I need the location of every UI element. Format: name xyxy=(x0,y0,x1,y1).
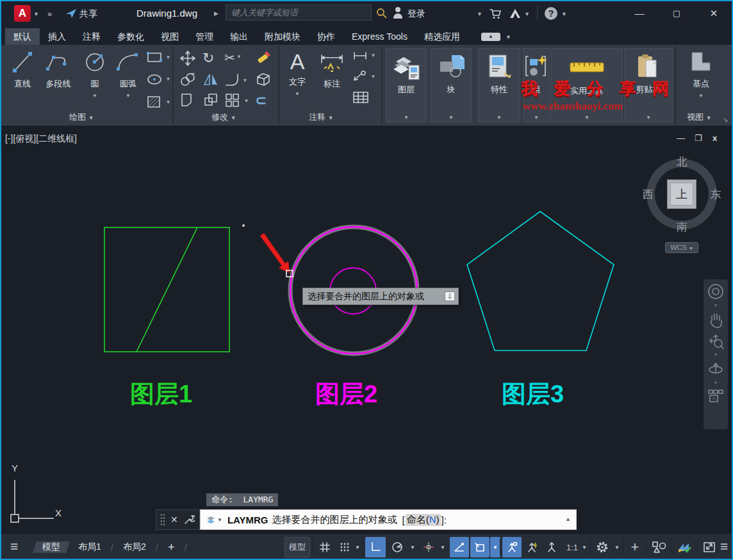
tab-view[interactable]: 视图 xyxy=(152,28,187,45)
viewcube-west[interactable]: 西 xyxy=(643,187,654,202)
draw-panel-label[interactable]: 绘图 ▼ xyxy=(69,111,94,123)
help-caret-icon[interactable]: ▼ xyxy=(561,11,567,17)
drawing-canvas[interactable]: [-][俯视][二维线框] — ❐ x Y X 图层1 图层2 图层3 xyxy=(0,126,733,533)
osnap-toggle[interactable] xyxy=(450,537,469,557)
snap-flyout-icon[interactable]: ▼ xyxy=(352,537,363,557)
scale-tool[interactable] xyxy=(202,92,219,110)
graphics-performance-icon[interactable] xyxy=(674,537,695,557)
circle-flyout-icon[interactable]: ▼ xyxy=(92,93,97,99)
groups-panel-flyout-icon[interactable]: ▼ xyxy=(523,115,549,120)
wcs-menu[interactable]: WCS ▼ xyxy=(665,242,698,253)
command-input[interactable]: ▼ LAYMRG 选择要合并的图层上的对象或 [ 命名(N) ]: ▲ xyxy=(200,509,577,530)
layer2-text[interactable]: 图层2 xyxy=(315,378,377,411)
view-panel-launcher-icon[interactable]: ↘ xyxy=(723,116,728,123)
layers-panel-button[interactable]: 图层▼ xyxy=(386,48,427,122)
showmotion-icon[interactable] xyxy=(707,389,724,403)
annotation-autoscale-toggle[interactable] xyxy=(523,537,542,557)
tab-parametric[interactable]: 参数化 xyxy=(109,28,152,45)
autodesk-logo-icon[interactable] xyxy=(509,8,522,19)
clipboard-panel-flyout-icon[interactable]: ▼ xyxy=(625,115,672,120)
otrack-toggle[interactable] xyxy=(420,537,438,557)
workspace-gear-icon[interactable] xyxy=(593,537,612,557)
qat-expand-icon[interactable]: » xyxy=(47,9,52,19)
rectangle-tool[interactable]: ▼ xyxy=(146,51,170,67)
ellipse-flyout-icon[interactable]: ▼ xyxy=(165,76,170,82)
ortho-toggle[interactable] xyxy=(365,537,386,557)
layer3-text[interactable]: 图层3 xyxy=(502,378,564,411)
tab-collaborate[interactable]: 协作 xyxy=(309,28,343,45)
doc-arrow-icon[interactable]: ▶ xyxy=(214,10,218,17)
command-option-chip[interactable]: 命名(N) xyxy=(406,514,441,526)
tab-layout2[interactable]: 布局2 xyxy=(114,541,155,553)
array-tool[interactable]: ▼ xyxy=(224,92,249,110)
move-tool[interactable] xyxy=(179,50,196,69)
box3d-tool[interactable] xyxy=(255,72,272,90)
zoom-flyout-icon[interactable]: ▼ xyxy=(714,354,718,356)
orbit-flyout-icon[interactable]: ▼ xyxy=(714,382,718,384)
minimize-button[interactable]: — xyxy=(627,5,652,22)
circle-tool[interactable]: 圆 ▼ xyxy=(81,50,109,99)
block-panel-flyout-icon[interactable]: ▼ xyxy=(431,115,471,120)
stretch-tool[interactable] xyxy=(179,92,196,110)
trim-tool[interactable]: ✂ ▼ xyxy=(224,50,242,65)
layers-panel-flyout-icon[interactable]: ▼ xyxy=(386,115,426,120)
customize-menu-icon[interactable]: ≡ xyxy=(720,539,727,554)
login-button[interactable]: 登录 xyxy=(408,8,425,20)
otrack-flyout-icon[interactable]: ▼ xyxy=(438,537,448,557)
copy-tool[interactable] xyxy=(179,72,196,90)
erase-tool[interactable] xyxy=(255,50,272,69)
offset-tool[interactable]: ⊂ xyxy=(255,92,267,109)
dynamic-input-toggle[interactable] xyxy=(470,537,490,557)
tab-default[interactable]: 默认 xyxy=(5,28,40,45)
search-icon[interactable] xyxy=(376,8,388,19)
help-icon[interactable]: ? xyxy=(545,7,557,20)
command-recent-icon[interactable]: ▼ xyxy=(217,517,222,523)
viewcube[interactable]: 北 西 东 南 上 xyxy=(647,159,717,229)
steering-wheel-flyout-icon[interactable]: ▼ xyxy=(714,304,718,307)
base-point-flyout-icon[interactable]: ▼ xyxy=(698,93,704,99)
viewcube-north[interactable]: 北 xyxy=(677,154,688,169)
annotate-panel-label[interactable]: 注释 ▼ xyxy=(309,111,334,123)
layer3-pentagon[interactable] xyxy=(467,211,614,350)
tab-layout1[interactable]: 布局1 xyxy=(69,541,110,553)
maximize-button[interactable]: ▢ xyxy=(664,5,689,22)
customization-plus-icon[interactable]: + xyxy=(625,537,645,557)
tab-manage[interactable]: 管理 xyxy=(187,28,222,45)
tab-model-space[interactable]: 模型 xyxy=(33,541,69,553)
text-flyout-icon[interactable]: ▼ xyxy=(295,91,300,97)
search-input[interactable] xyxy=(226,5,371,20)
modify-panel-label[interactable]: 修改 ▼ xyxy=(211,111,236,123)
layout-menu-icon[interactable]: ≡ xyxy=(10,539,17,554)
mirror-tool[interactable] xyxy=(202,72,219,90)
leader-tool[interactable]: ▼ xyxy=(352,70,375,85)
new-layout-button[interactable]: + xyxy=(159,541,184,554)
view-panel-label[interactable]: 视图 ▼ xyxy=(687,111,712,123)
share-plane-icon[interactable] xyxy=(65,8,77,19)
tooltip-dock-icon[interactable]: ⇩ xyxy=(445,292,455,301)
viewcube-east[interactable]: 东 xyxy=(711,187,721,202)
linear-dim-tool[interactable]: ▼ xyxy=(352,51,375,63)
annotation-visibility-toggle[interactable] xyxy=(502,537,522,557)
navigation-bar[interactable]: ▼ ▼ ▼ xyxy=(704,279,728,429)
rotate-tool[interactable]: ↻ xyxy=(202,50,214,67)
line-tool[interactable]: 直线 xyxy=(8,50,37,90)
viewcube-top-face[interactable]: 上 xyxy=(667,179,696,209)
tab-addins[interactable]: 附加模块 xyxy=(256,28,309,45)
polyline-tool[interactable]: 多段线 xyxy=(40,50,77,90)
app-logo-icon[interactable]: A xyxy=(14,5,31,22)
scale-flyout-icon[interactable]: ▼ xyxy=(580,537,589,557)
grid-toggle[interactable] xyxy=(315,537,334,557)
ribbon-collapse-button[interactable]: ▲ xyxy=(481,33,500,41)
user-icon[interactable] xyxy=(393,13,402,19)
close-button[interactable]: ✕ xyxy=(701,5,727,22)
tab-annotate[interactable]: 注释 xyxy=(74,28,109,45)
tab-insert[interactable]: 插入 xyxy=(40,28,74,45)
command-wrench-icon[interactable] xyxy=(183,514,195,525)
command-bar[interactable]: ✕ ▼ LAYMRG 选择要合并的图层上的对象或 [ 命名(N) ]: ▲ xyxy=(156,509,577,530)
arc-tool[interactable]: 圆弧 ▼ xyxy=(113,50,144,99)
orbit-icon[interactable] xyxy=(707,361,724,377)
command-bar-grip[interactable]: ✕ xyxy=(156,509,200,530)
polar-toggle[interactable] xyxy=(388,537,407,557)
app-menu-caret-icon[interactable]: ▼ xyxy=(33,11,39,17)
clean-screen-icon[interactable] xyxy=(700,537,719,557)
